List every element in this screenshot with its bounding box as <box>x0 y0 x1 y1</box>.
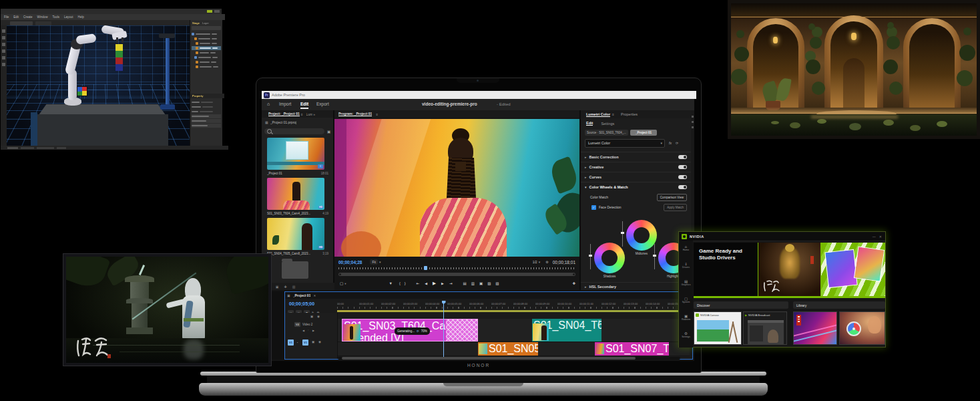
search-input[interactable] <box>264 128 324 134</box>
home-icon[interactable]: ⌂ <box>267 102 270 106</box>
sidebar-item-redeem[interactable]: ▣ Redeem <box>679 314 693 321</box>
project-item-thumb[interactable]: ≡ <box>267 138 324 170</box>
card-nvidia-broadcast[interactable]: ▶ NVIDIA Broadcast <box>743 311 787 345</box>
playhead-marker[interactable] <box>424 266 427 270</box>
bottom-tab[interactable] <box>57 147 66 149</box>
add-button-icon[interactable]: ✚ <box>572 281 575 285</box>
goto-out-icon[interactable]: ⇥ <box>449 281 453 285</box>
v2-track-label[interactable]: Video 2 <box>302 323 312 326</box>
zoom-dropdown[interactable]: 1/2 <box>533 260 537 264</box>
v1-track-badge[interactable]: V1 <box>302 340 308 346</box>
comparison-view-button[interactable]: Comparison View <box>657 194 687 201</box>
fx-icon[interactable]: fx <box>669 141 672 145</box>
v2-track-badge[interactable]: V2 <box>294 322 300 327</box>
timeline-scrollbar[interactable] <box>338 357 680 360</box>
bottom-tab[interactable] <box>37 147 54 149</box>
keyframe-next-icon[interactable]: ▶ <box>312 329 314 332</box>
project-file-row[interactable]: ▦ _Project 01.prproj <box>262 119 333 126</box>
extract-icon[interactable]: ▥ <box>471 281 475 285</box>
shadows-slider[interactable] <box>590 244 591 269</box>
mark-in-icon[interactable]: { <box>399 281 401 285</box>
hsl-secondary-row[interactable]: ▸ HSL Secondary <box>581 282 691 291</box>
menu-icon[interactable]: ≡ <box>612 112 614 116</box>
menu-window[interactable]: Window <box>37 15 48 19</box>
lumetri-section-wheels[interactable]: ▾ Color Wheels & Match <box>581 182 691 191</box>
project-item-thumb[interactable]: HD <box>267 218 324 250</box>
card-nvidia-canvas[interactable]: NVIDIA Canvas <box>694 311 742 345</box>
project-tab-more[interactable]: Lum <box>306 112 313 116</box>
timeline-clip-teal[interactable]: S01_SN04_T605_Cam8_20230503_ A <box>532 319 601 342</box>
work-area-bar[interactable] <box>337 310 690 312</box>
track-target-icon[interactable]: ▣ <box>310 315 313 318</box>
lumetri-section-basic[interactable]: ▸ Basic Correction <box>581 152 691 161</box>
stage-tree[interactable] <box>190 31 222 73</box>
timeline-ruler[interactable]: 00;00 00;00;01;00 00;00;02;00 00;00;03;0… <box>337 301 690 307</box>
stage-search-input[interactable] <box>192 26 221 30</box>
track-eye-icon[interactable]: ◉ <box>318 340 321 344</box>
lumetri-section-creative[interactable]: ▸ Creative <box>581 162 691 171</box>
nav-tab-edit[interactable]: Edit <box>300 102 308 109</box>
timeline-playhead[interactable] <box>443 301 444 358</box>
panel-grid-icon[interactable]: ▣ <box>287 293 290 297</box>
tool-icon[interactable] <box>2 43 5 46</box>
card-library-game[interactable] <box>793 311 837 345</box>
menu-tools[interactable]: Tools <box>53 15 60 19</box>
open-folder-icon[interactable]: ▣ <box>327 130 330 134</box>
source-clip-button[interactable]: Source · S01_SN03_T604_... <box>585 130 628 136</box>
menu-help[interactable]: Help <box>78 15 84 19</box>
section-toggle[interactable] <box>678 185 687 189</box>
menu-file[interactable]: File <box>4 15 9 19</box>
panel-more-icon[interactable]: » <box>313 112 315 116</box>
track-eye-icon[interactable]: ◉ <box>317 315 320 318</box>
bottom-tab[interactable] <box>7 147 18 149</box>
nvidia-titlebar[interactable]: NVIDIA — ✕ <box>679 232 885 241</box>
edit-subtab[interactable]: Edit <box>586 121 593 126</box>
nav-tab-export[interactable]: Export <box>316 102 329 106</box>
midtones-slider[interactable] <box>622 221 623 247</box>
bottom-tab[interactable] <box>21 147 34 149</box>
section-toggle[interactable] <box>678 155 687 159</box>
overwrite-icon[interactable]: ▨ <box>495 281 499 285</box>
preset-dropdown[interactable]: Lumetri Color ▾ <box>585 139 665 148</box>
program-scrollbar[interactable] <box>338 273 575 276</box>
lumetri-section-curves[interactable]: ▸ Curves <box>581 172 691 181</box>
timeline-clip-magenta[interactable]: S01_SN03_T604_Cam4_20230503_-00;00;04;19… <box>342 319 478 342</box>
nav-tab-import[interactable]: Import <box>279 102 291 106</box>
section-toggle[interactable] <box>678 175 687 179</box>
settings-wrench-icon[interactable]: ⚙ <box>545 260 548 264</box>
delete-icon[interactable]: ▥ <box>292 285 296 289</box>
tool-icon[interactable] <box>2 49 5 53</box>
card-library-davinci[interactable] <box>839 311 885 345</box>
settings-subtab[interactable]: Settings <box>601 122 614 126</box>
keyframe-prev-icon[interactable]: ◀ <box>302 329 304 332</box>
icon-view-icon[interactable]: ▣ <box>276 285 279 289</box>
reset-icon[interactable]: ⟳ <box>676 141 678 145</box>
menu-icon[interactable]: ≡ <box>376 112 378 116</box>
project-tab[interactable]: Project: _Project 01 <box>268 112 300 116</box>
timeline-timecode[interactable]: 00;00;05;00 <box>289 301 314 306</box>
safe-margins-icon[interactable]: ▢ <box>340 281 343 285</box>
menu-create[interactable]: Create <box>23 15 33 19</box>
program-tab[interactable]: Program: _Project 01 <box>338 112 372 116</box>
fit-dropdown[interactable]: Fit <box>370 259 378 265</box>
sidebar-item-graphics[interactable]: ▤ Graphics <box>679 279 693 286</box>
target-sequence-button[interactable]: _Project 01 <box>630 130 657 136</box>
properties-tab[interactable]: Properties <box>621 112 638 116</box>
property-tab[interactable]: Property <box>192 94 203 98</box>
dock-icon[interactable] <box>692 126 694 128</box>
premiere-titlebar[interactable]: Pr Adobe Premiere Pro <box>262 91 696 99</box>
close-icon[interactable]: ✕ <box>313 294 316 297</box>
hero-card-studio[interactable] <box>821 243 885 296</box>
mark-out-icon[interactable]: } <box>405 281 406 285</box>
tool-icon[interactable] <box>2 63 5 66</box>
track-lock-icon[interactable]: ▪ <box>297 341 298 344</box>
menu-edit[interactable]: Edit <box>13 15 19 19</box>
robot-sim-titlebar[interactable] <box>1 9 222 14</box>
goto-in-icon[interactable]: ⇤ <box>417 281 420 285</box>
chevron-down-icon[interactable]: ▾ <box>379 260 381 264</box>
track-target-icon[interactable]: ▣ <box>312 340 314 344</box>
section-toggle[interactable] <box>678 165 687 169</box>
timeline-tab[interactable]: _Project 01 <box>293 293 311 297</box>
tool-icon[interactable] <box>2 36 5 39</box>
step-back-icon[interactable]: ◀ <box>425 281 427 285</box>
